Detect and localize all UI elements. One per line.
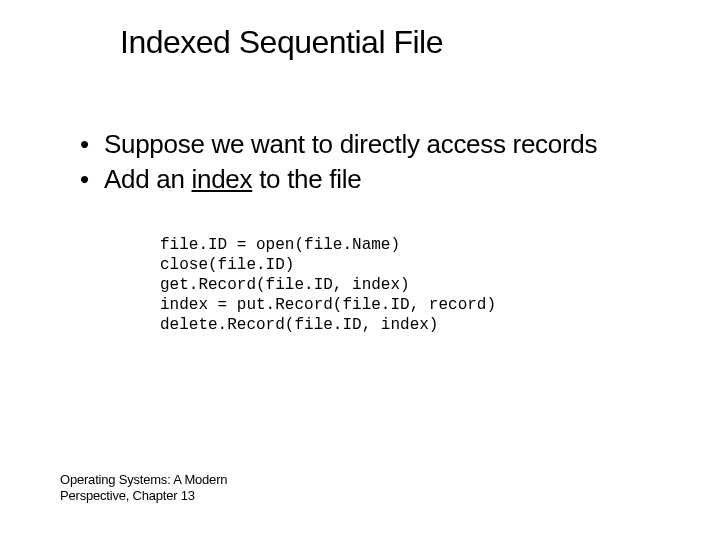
bullet-underline: index bbox=[192, 164, 253, 194]
footer-line: Perspective, Chapter 13 bbox=[60, 488, 227, 504]
bullet-item: Add an index to the file bbox=[80, 162, 660, 197]
bullet-text-post: to the file bbox=[252, 164, 361, 194]
slide-footer: Operating Systems: A Modern Perspective,… bbox=[60, 472, 227, 505]
bullet-list: Suppose we want to directly access recor… bbox=[80, 127, 660, 197]
bullet-item: Suppose we want to directly access recor… bbox=[80, 127, 660, 162]
footer-line: Operating Systems: A Modern bbox=[60, 472, 227, 488]
bullet-text: Add an bbox=[104, 164, 192, 194]
slide-title: Indexed Sequential File bbox=[120, 24, 660, 61]
slide: Indexed Sequential File Suppose we want … bbox=[0, 0, 720, 540]
bullet-text: Suppose we want to directly access recor… bbox=[104, 129, 597, 159]
code-block: file.ID = open(file.Name) close(file.ID)… bbox=[160, 235, 660, 335]
